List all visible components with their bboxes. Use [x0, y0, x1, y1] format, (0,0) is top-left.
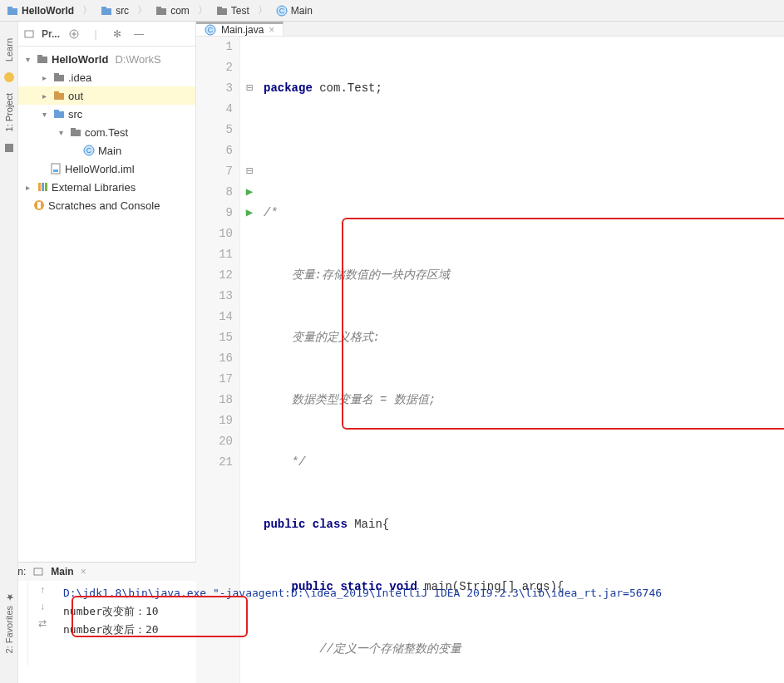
chevron-down-icon[interactable]: ▾	[55, 128, 67, 137]
crumb-test[interactable]: Test	[213, 3, 253, 18]
learn-icon	[3, 71, 15, 83]
wrap-icon[interactable]: ⇄	[38, 617, 47, 629]
run-tool-column-2: ↑ ↓ ⇄	[28, 581, 57, 666]
ln: 12	[203, 265, 233, 286]
ln: 3	[203, 78, 233, 99]
learn-tab[interactable]: Learn	[4, 38, 14, 61]
code-line: */	[264, 455, 305, 469]
svg-rect-17	[37, 55, 42, 58]
left-tool-strip: Learn 1: Project	[0, 22, 18, 562]
run-gutter-icon[interactable]: ▶	[240, 182, 259, 203]
folder-icon	[101, 5, 112, 17]
class-icon: C	[205, 24, 216, 36]
svg-rect-19	[54, 73, 59, 76]
svg-rect-21	[54, 91, 59, 95]
chevron-right-icon[interactable]: ▸	[22, 183, 33, 192]
tree-item-label: HelloWorld.iml	[65, 163, 135, 175]
ln: 1	[203, 37, 233, 57]
chevron-down-icon[interactable]: ▾	[38, 110, 50, 119]
code-line: 数据类型变量名 = 数据值;	[264, 393, 436, 406]
folder-icon	[53, 71, 65, 83]
crumb-com[interactable]: com	[152, 3, 193, 18]
class-icon: C	[276, 5, 288, 17]
ln: 13	[203, 286, 233, 307]
close-icon[interactable]: ×	[81, 566, 86, 577]
crumb-label: com	[170, 5, 190, 17]
ln: 16	[203, 348, 233, 369]
svg-rect-12	[25, 31, 33, 37]
folder-icon	[37, 53, 48, 65]
down-icon[interactable]: ↓	[40, 601, 45, 612]
tree-ext-libs[interactable]: ▸ External Libraries	[18, 178, 195, 196]
tab-label: Main.java	[221, 24, 264, 36]
crumb-label: Main	[291, 5, 313, 17]
ln: 8	[203, 182, 233, 203]
tree-main-class[interactable]: C Main	[18, 141, 195, 160]
code-line: /*	[264, 206, 278, 219]
ln: 4	[203, 99, 233, 120]
star-icon: ★	[3, 592, 14, 602]
tab-main-java[interactable]: C Main.java ×	[196, 22, 284, 36]
tree-src[interactable]: ▾ src	[18, 105, 195, 123]
chevron-right-icon[interactable]: ▸	[38, 91, 50, 101]
up-icon[interactable]: ↑	[40, 584, 45, 596]
class-icon: C	[83, 145, 95, 156]
run-config-name[interactable]: Main	[51, 566, 73, 577]
svg-rect-7	[217, 7, 222, 10]
crumb-label: HelloWorld	[22, 5, 74, 17]
crumb-label: src	[116, 5, 129, 17]
folder-icon	[53, 108, 65, 120]
project-sidebar: Pr... | ✻ — ▾ HelloWorld D:\WorkS ▸ .ide…	[18, 22, 196, 562]
favorites-tab-strip: 2: Favorites ★	[0, 562, 18, 683]
chevron-right-icon: 〉	[196, 3, 210, 17]
tree-root[interactable]: ▾ HelloWorld D:\WorkS	[18, 50, 195, 68]
expand-icon[interactable]	[67, 27, 81, 42]
ln: 11	[203, 244, 233, 265]
tree-item-label: Scratches and Console	[48, 199, 160, 212]
tree-root-label: HelloWorld	[52, 53, 108, 66]
tree-scratches[interactable]: Scratches and Console	[18, 196, 195, 214]
tree-package[interactable]: ▾ com.Test	[18, 123, 195, 141]
run-console[interactable]: D:\jdk1.8\bin\java.exe "-javaagent:D:\id…	[57, 581, 784, 666]
tree-item-label: External Libraries	[52, 181, 136, 194]
svg-rect-11	[5, 144, 13, 152]
folder-icon	[216, 5, 228, 17]
code-line: 变量的定义格式:	[264, 331, 380, 344]
tree-out[interactable]: ▸ out	[18, 86, 195, 105]
svg-rect-32	[45, 183, 47, 191]
collapse-icon[interactable]: —	[131, 27, 146, 42]
folder-icon	[155, 5, 167, 17]
ln: 21	[203, 452, 233, 473]
gear-icon[interactable]: ✻	[110, 27, 125, 42]
svg-rect-1	[7, 7, 12, 10]
folder-icon	[53, 90, 65, 101]
run-cmd: D:\jdk1.8\bin\java.exe "-javaagent:D:\id…	[63, 584, 777, 602]
project-tab[interactable]: 1: Project	[4, 93, 14, 131]
console-line: number改变后：20	[63, 621, 777, 639]
tree-item-label: Main	[98, 145, 121, 157]
chevron-right-icon: 〉	[136, 3, 149, 17]
close-icon[interactable]: ×	[269, 24, 274, 36]
favorites-tab[interactable]: 2: Favorites ★	[3, 592, 14, 653]
tree-idea[interactable]: ▸ .idea	[18, 68, 195, 86]
crumb-main[interactable]: C Main	[273, 3, 316, 18]
crumb-project[interactable]: HelloWorld	[3, 3, 77, 18]
breadcrumb: HelloWorld 〉 src 〉 com 〉 Test 〉 C Main	[0, 0, 784, 22]
tree-item-label: out	[68, 90, 83, 102]
project-tree[interactable]: ▾ HelloWorld D:\WorkS ▸ .idea ▸ out ▾ sr…	[18, 47, 195, 218]
ln: 19	[203, 410, 233, 431]
svg-text:C: C	[279, 7, 285, 15]
editor-tabs: C Main.java ×	[196, 22, 784, 37]
chevron-right-icon: 〉	[256, 3, 269, 17]
chevron-right-icon[interactable]: ▸	[38, 73, 50, 82]
crumb-src[interactable]: src	[97, 3, 132, 18]
ln: 9	[203, 203, 233, 224]
project-label[interactable]: Pr...	[42, 28, 60, 40]
svg-rect-37	[34, 568, 42, 575]
tree-item-label: com.Test	[85, 126, 128, 139]
file-icon	[50, 163, 62, 174]
run-gutter-icon[interactable]: ▶	[240, 203, 259, 224]
editor: C Main.java × 1 2 3 4 5 6 7 8 9 10 11 12…	[196, 22, 784, 562]
tree-iml[interactable]: HelloWorld.iml	[18, 160, 195, 178]
chevron-down-icon[interactable]: ▾	[22, 55, 33, 64]
